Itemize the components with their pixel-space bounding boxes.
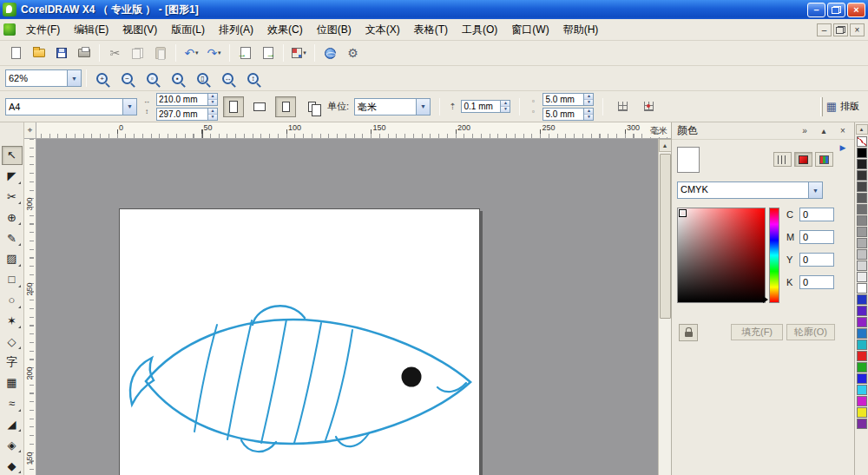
menu-item-effects[interactable]: 效果(C) bbox=[260, 20, 310, 40]
eyedropper-tool[interactable]: ◢ bbox=[2, 415, 23, 434]
nudge-spin[interactable]: ▲▼ bbox=[461, 100, 510, 113]
facing-pages-button[interactable] bbox=[301, 96, 322, 117]
menu-item-bitmaps[interactable]: 位图(B) bbox=[310, 20, 358, 40]
all-pages-button[interactable] bbox=[275, 96, 296, 117]
color-picker-square[interactable] bbox=[677, 208, 766, 303]
palette-swatch[interactable] bbox=[857, 283, 867, 294]
crop-tool[interactable]: ✂ bbox=[2, 188, 23, 207]
menu-item-tools[interactable]: 工具(O) bbox=[455, 20, 504, 40]
duplicate-x-input[interactable] bbox=[543, 94, 583, 105]
palette-swatch[interactable] bbox=[857, 328, 867, 339]
dynamic-guides-button[interactable] bbox=[638, 96, 659, 117]
cut-button[interactable]: ✂ bbox=[104, 43, 126, 63]
palette-swatch[interactable] bbox=[857, 385, 867, 395]
color-viewers-button[interactable] bbox=[794, 152, 812, 167]
fill-tool[interactable]: ◆ bbox=[2, 456, 23, 475]
spin-down-icon[interactable]: ▼ bbox=[584, 99, 593, 105]
snap-to-grid-button[interactable] bbox=[612, 96, 633, 117]
layout-toolbar[interactable]: ▦ 排版 bbox=[820, 97, 863, 116]
color-picker-marker[interactable] bbox=[680, 210, 686, 216]
channel-input-y[interactable] bbox=[799, 253, 834, 267]
menu-item-view[interactable]: 视图(V) bbox=[115, 20, 164, 40]
outline-button[interactable]: 轮廓(O) bbox=[786, 324, 835, 340]
zoom-level-combo[interactable]: ▼ bbox=[5, 69, 82, 87]
import-button[interactable] bbox=[234, 43, 256, 63]
close-button[interactable]: × bbox=[847, 3, 865, 17]
spin-down-icon[interactable]: ▼ bbox=[584, 114, 593, 120]
dropdown-arrow-icon[interactable]: ▾ bbox=[195, 49, 199, 56]
zoom-out-button[interactable]: − bbox=[116, 68, 138, 89]
chevron-down-icon[interactable]: ▼ bbox=[67, 70, 81, 86]
outline-tool[interactable]: ◈ bbox=[2, 435, 23, 454]
paste-button[interactable] bbox=[149, 43, 171, 63]
docker-chevrons-icon[interactable]: » bbox=[799, 126, 811, 135]
docker-close-icon[interactable]: × bbox=[837, 126, 849, 135]
scrollbar-thumb[interactable] bbox=[660, 154, 671, 319]
open-button[interactable] bbox=[28, 43, 49, 63]
menu-item-file[interactable]: 文件(F) bbox=[19, 20, 67, 40]
palette-swatch[interactable] bbox=[857, 317, 867, 327]
palette-swatch[interactable] bbox=[857, 159, 867, 169]
dropdown-arrow-icon[interactable]: ▾ bbox=[218, 49, 221, 56]
zoom-all-objects-button[interactable]: ▪ bbox=[167, 68, 188, 89]
duplicate-y-spin[interactable]: ▲▼ bbox=[542, 108, 594, 121]
docker-flyout-icon[interactable]: ▶ bbox=[837, 142, 849, 154]
units-combo[interactable]: 毫米 ▼ bbox=[354, 98, 431, 115]
hue-marker-icon[interactable] bbox=[763, 296, 768, 303]
palette-swatch[interactable] bbox=[857, 170, 867, 181]
palette-swatch[interactable] bbox=[857, 306, 867, 316]
drawing-canvas[interactable] bbox=[36, 139, 658, 475]
palette-swatch[interactable] bbox=[857, 261, 867, 271]
app-launcher-button[interactable]: ▾ bbox=[288, 43, 310, 63]
nudge-input[interactable] bbox=[462, 101, 500, 112]
print-button[interactable] bbox=[73, 43, 95, 63]
copy-button[interactable] bbox=[127, 43, 148, 63]
pick-tool[interactable]: ↖ bbox=[2, 146, 23, 165]
document-minimize-button[interactable]: – bbox=[817, 23, 832, 36]
fish-drawing[interactable] bbox=[120, 209, 481, 475]
smart-fill-tool[interactable]: ▨ bbox=[2, 249, 23, 268]
duplicate-x-spin[interactable]: ▲▼ bbox=[542, 93, 594, 106]
menu-item-table[interactable]: 表格(T) bbox=[407, 20, 455, 40]
menu-item-arrange[interactable]: 排列(A) bbox=[212, 20, 260, 40]
dropdown-arrow-icon[interactable]: ▾ bbox=[303, 49, 306, 56]
paper-width-input[interactable] bbox=[157, 94, 207, 105]
vertical-ruler[interactable]: 300250200150 bbox=[24, 139, 36, 475]
duplicate-y-input[interactable] bbox=[543, 109, 583, 120]
ellipse-tool[interactable]: ○ bbox=[2, 291, 23, 310]
title-bar[interactable]: CorelDRAW X4 （ 专业版 ） - [图形1] – × bbox=[0, 0, 868, 19]
color-sliders-button[interactable] bbox=[773, 152, 792, 167]
minimize-button[interactable]: – bbox=[807, 3, 825, 17]
palette-scroll-up-icon[interactable]: ▲ bbox=[856, 124, 868, 135]
palette-swatch[interactable] bbox=[857, 238, 867, 248]
palette-swatch[interactable] bbox=[857, 215, 867, 226]
document-restore-button[interactable] bbox=[833, 23, 848, 36]
interactive-blend-tool[interactable]: ≈ bbox=[2, 394, 23, 413]
spin-down-icon[interactable]: ▼ bbox=[208, 99, 217, 105]
palette-swatch[interactable] bbox=[857, 249, 867, 260]
palette-swatch[interactable] bbox=[857, 396, 867, 406]
table-tool[interactable]: ▦ bbox=[2, 373, 23, 393]
palette-swatch[interactable] bbox=[857, 407, 867, 418]
zoom-selected-button[interactable]: ▫ bbox=[141, 68, 163, 89]
paper-height-spin[interactable]: ▲▼ bbox=[156, 108, 218, 121]
spin-down-icon[interactable]: ▼ bbox=[208, 114, 217, 120]
palette-swatch[interactable] bbox=[857, 340, 867, 350]
new-document-button[interactable] bbox=[5, 43, 27, 63]
document-close-button[interactable]: × bbox=[850, 23, 865, 36]
menu-item-help[interactable]: 帮助(H) bbox=[556, 20, 606, 40]
palette-swatch[interactable] bbox=[857, 148, 867, 158]
lock-button[interactable] bbox=[679, 324, 698, 341]
options-button[interactable]: ⚙ bbox=[342, 43, 364, 63]
palette-swatch[interactable] bbox=[857, 227, 867, 237]
zoom-tool[interactable]: ⊕ bbox=[2, 208, 23, 227]
landscape-button[interactable] bbox=[249, 96, 270, 117]
zoom-to-width-button[interactable]: ↔ bbox=[217, 68, 239, 89]
palette-swatch[interactable] bbox=[857, 419, 867, 429]
menu-item-edit[interactable]: 编辑(E) bbox=[67, 20, 115, 40]
palette-swatch[interactable] bbox=[857, 204, 867, 214]
document-icon[interactable] bbox=[3, 23, 16, 36]
palette-swatch[interactable] bbox=[857, 136, 867, 147]
zoom-to-height-button[interactable]: ↕ bbox=[242, 68, 264, 89]
fill-button[interactable]: 填充(F) bbox=[731, 324, 783, 340]
